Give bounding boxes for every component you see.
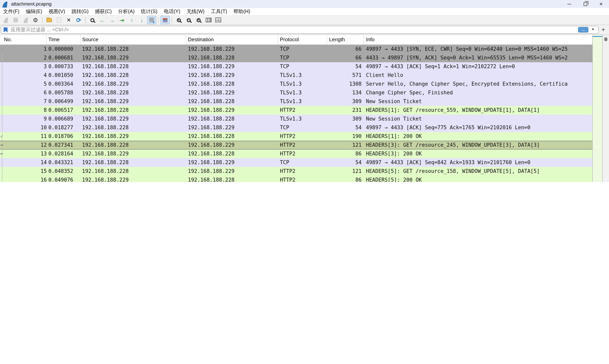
column-separator[interactable] xyxy=(278,35,278,44)
column-separator[interactable] xyxy=(46,35,47,44)
restore-button[interactable] xyxy=(577,0,593,8)
column-header-info[interactable]: Info xyxy=(366,37,375,42)
go-forward-icon[interactable]: → xyxy=(107,16,117,24)
column-header-protocol[interactable]: Protocol xyxy=(280,37,299,42)
stop-capture-icon[interactable] xyxy=(11,16,20,24)
column-separator[interactable] xyxy=(186,35,186,44)
cell-len: 54 xyxy=(325,158,362,167)
cell-no: 2 xyxy=(6,53,47,62)
apply-filter-button[interactable]: → xyxy=(578,27,588,33)
cell-time: 0.018706 xyxy=(48,132,82,141)
cell-dst: 192.168.188.229 xyxy=(188,167,279,176)
column-header-length[interactable]: Length xyxy=(329,37,345,42)
cell-len: 1308 xyxy=(325,80,362,88)
cell-proto: HTTP2 xyxy=(280,167,326,176)
packet-row-10[interactable]: 100.018277192.168.188.228192.168.188.229… xyxy=(0,123,592,132)
intelligent-scrollbar-minimap[interactable] xyxy=(592,35,603,182)
cell-time: 0.043321 xyxy=(48,158,82,167)
packet-row-13[interactable]: ←130.028164192.168.188.229192.168.188.22… xyxy=(0,149,592,158)
go-first-packet-icon[interactable]: ↑ xyxy=(127,16,136,24)
packet-row-6[interactable]: 60.005788192.168.188.228192.168.188.229T… xyxy=(0,88,592,97)
zoom-original-icon[interactable] xyxy=(194,16,203,24)
column-header-source[interactable]: Source xyxy=(82,37,98,42)
cell-dst: 192.168.188.229 xyxy=(188,45,279,53)
open-file-icon[interactable] xyxy=(44,16,53,24)
menu-item-2[interactable]: 视图(V) xyxy=(45,8,68,15)
save-file-icon[interactable] xyxy=(54,16,64,24)
display-filter-input[interactable] xyxy=(1,26,599,34)
packet-row-1[interactable]: 10.000000192.168.188.228192.168.188.229T… xyxy=(0,45,592,53)
menu-item-7[interactable]: 电话(Y) xyxy=(161,8,183,15)
packet-row-2[interactable]: 20.000681192.168.188.229192.168.188.228T… xyxy=(0,53,592,62)
related-packet-marker: ← xyxy=(0,149,6,158)
column-header-no[interactable]: No. xyxy=(4,37,12,42)
zoom-in-icon[interactable] xyxy=(174,16,183,24)
related-packet-marker xyxy=(0,167,6,176)
column-header-destination[interactable]: Destination xyxy=(188,37,214,42)
menu-item-8[interactable]: 无线(W) xyxy=(183,8,208,15)
vscrollbar-thumb[interactable] xyxy=(604,37,608,41)
packet-row-4[interactable]: 40.001050192.168.188.228192.168.188.229T… xyxy=(0,71,592,80)
toolbar-separator xyxy=(172,17,172,23)
menu-item-10[interactable]: 帮助(H) xyxy=(230,8,254,15)
cell-info: 49897 → 4433 [SYN, ECE, CWR] Seq=0 Win=6… xyxy=(366,45,592,53)
capture-options-icon[interactable]: ⚙ xyxy=(31,16,40,24)
cell-time: 0.000000 xyxy=(48,45,82,53)
packet-row-16[interactable]: 160.049076192.168.188.229192.168.188.228… xyxy=(0,176,592,182)
menu-item-3[interactable]: 跳转(G) xyxy=(68,8,92,15)
column-separator[interactable] xyxy=(327,35,327,44)
filter-dropdown-icon[interactable]: ▼ xyxy=(591,27,595,31)
column-header-time[interactable]: Time xyxy=(48,37,60,42)
restart-capture-icon[interactable] xyxy=(21,16,30,24)
add-filter-button[interactable]: + xyxy=(600,26,607,33)
menu-item-1[interactable]: 编辑(E) xyxy=(23,8,45,15)
packet-row-7[interactable]: 70.006499192.168.188.229192.168.188.228T… xyxy=(0,97,592,106)
reload-file-icon[interactable]: ⟳ xyxy=(74,16,83,24)
find-packet-icon[interactable] xyxy=(88,16,97,24)
go-last-packet-icon[interactable]: ↓ xyxy=(137,16,146,24)
menu-item-5[interactable]: 分析(A) xyxy=(115,8,138,15)
close-file-icon[interactable]: ✕ xyxy=(64,16,73,24)
start-capture-icon[interactable] xyxy=(1,16,10,24)
packet-row-9[interactable]: 90.006689192.168.188.229192.168.188.228T… xyxy=(0,115,592,123)
packet-row-15[interactable]: 150.048352192.168.188.228192.168.188.229… xyxy=(0,167,592,176)
go-back-icon[interactable]: ← xyxy=(98,16,107,24)
toolbar-separator xyxy=(85,17,86,23)
cell-info: 49897 → 4433 [ACK] Seq=775 Ack=1765 Win=… xyxy=(366,123,592,132)
cell-no: 13 xyxy=(6,149,47,158)
go-to-packet-icon[interactable]: ⇥ xyxy=(117,16,127,24)
menu-item-4[interactable]: 捕获(C) xyxy=(92,8,115,15)
column-separator[interactable] xyxy=(80,35,81,44)
packet-row-14[interactable]: 140.043321192.168.188.228192.168.188.229… xyxy=(0,158,592,167)
resize-columns-icon[interactable] xyxy=(204,16,213,24)
minimize-button[interactable] xyxy=(561,0,577,8)
cell-dst: 192.168.188.229 xyxy=(188,71,279,80)
cell-no: 10 xyxy=(6,123,47,132)
colorize-icon[interactable] xyxy=(161,16,170,24)
packet-row-11[interactable]: ✓110.018706192.168.188.229192.168.188.22… xyxy=(0,132,592,141)
packet-row-8[interactable]: 80.006517192.168.188.228192.168.188.229H… xyxy=(0,106,592,115)
cell-info: 4433 → 49897 [SYN, ACK] Seq=0 Ack=1 Win=… xyxy=(366,53,592,62)
cell-len: 54 xyxy=(325,123,362,132)
packet-row-12[interactable]: →120.027341192.168.188.228192.168.188.22… xyxy=(0,141,592,149)
cell-len: 121 xyxy=(325,167,362,176)
layout-icon[interactable]: 123 xyxy=(214,16,223,24)
cell-src: 192.168.188.228 xyxy=(82,106,185,115)
related-packet-marker xyxy=(0,53,6,62)
cell-proto: TCP xyxy=(280,45,326,53)
column-separator[interactable] xyxy=(363,35,364,44)
related-packet-marker xyxy=(0,123,6,132)
menu-item-6[interactable]: 统计(S) xyxy=(138,8,161,15)
packet-list-vscrollbar[interactable] xyxy=(603,35,609,182)
menu-item-9[interactable]: 工具(T) xyxy=(208,8,230,15)
cell-src: 192.168.188.229 xyxy=(82,176,185,182)
zoom-out-icon[interactable] xyxy=(184,16,193,24)
related-packet-marker xyxy=(0,88,6,97)
cell-src: 192.168.188.229 xyxy=(82,53,185,62)
cell-len: 121 xyxy=(325,141,362,150)
close-button[interactable] xyxy=(593,0,609,8)
auto-scroll-icon[interactable] xyxy=(147,16,156,24)
menu-item-0[interactable]: 文件(F) xyxy=(0,8,23,15)
packet-row-5[interactable]: 50.003364192.168.188.229192.168.188.228T… xyxy=(0,80,592,88)
packet-row-3[interactable]: 30.000733192.168.188.228192.168.188.229T… xyxy=(0,62,592,71)
